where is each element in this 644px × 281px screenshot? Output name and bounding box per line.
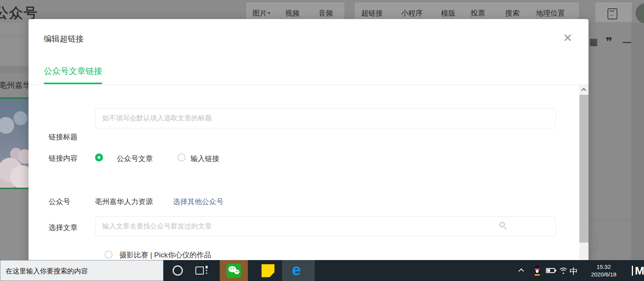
toolbar-item-video[interactable]: 视频 xyxy=(285,8,300,18)
qq-icon[interactable] xyxy=(533,265,541,276)
tab-bottom-border xyxy=(29,85,588,85)
choose-article-label: 选择文章 xyxy=(49,223,78,233)
divider xyxy=(0,37,30,37)
task-view-dot xyxy=(206,270,207,271)
qq-feet xyxy=(535,274,540,276)
task-view-dot xyxy=(206,266,208,268)
clock-date: 2020/6/18 xyxy=(584,271,623,278)
chevron-down-icon: ▾ xyxy=(268,11,270,15)
panel-icon-arrow: ← xyxy=(609,11,615,17)
dimmed-button-edge xyxy=(588,232,596,249)
close-icon[interactable]: ✕ xyxy=(563,31,573,45)
divider-band xyxy=(0,67,30,73)
task-view-dot xyxy=(206,273,207,274)
account-value: 亳州嘉华人力资源 xyxy=(95,197,153,207)
tab-official-article-link[interactable]: 公众号文章链接 xyxy=(44,65,102,84)
article-search-input[interactable] xyxy=(95,216,556,236)
radio-official-article-label[interactable]: 公众号文章 xyxy=(117,154,153,164)
taskbar-edge-button[interactable]: e xyxy=(282,260,315,281)
edge-icon: e xyxy=(292,261,301,279)
radio-input-url[interactable] xyxy=(178,153,186,161)
editor-side-panel xyxy=(0,23,30,67)
toolbar-item-template[interactable]: 模版 xyxy=(441,8,455,18)
clock-time: 15:32 xyxy=(584,263,623,271)
collapse-panel-icon[interactable]: ← xyxy=(608,8,617,19)
table-icon[interactable]: ▦ xyxy=(589,37,598,47)
corner-icon-bar xyxy=(632,266,633,276)
wechat-eye xyxy=(236,271,237,272)
divider xyxy=(588,220,631,220)
article-option-label[interactable]: 摄影比赛 | Pick你心仪的作品 xyxy=(119,250,211,260)
scrollbar-thumb[interactable] xyxy=(579,95,588,243)
radio-input-url-label[interactable]: 输入链接 xyxy=(190,154,219,164)
taskbar-stickynotes-button[interactable] xyxy=(254,260,282,281)
wechat-eye xyxy=(233,268,234,269)
article-option-radio[interactable] xyxy=(105,251,113,259)
wechat-eye xyxy=(238,271,239,272)
taskbar-search-text: 在这里输入你要搜索的内容 xyxy=(6,267,88,276)
screen: 公众号 图片▾ 视频 音频 超链接 小程序 模版 投票 搜索 地理位置 ← 亳州… xyxy=(0,0,644,281)
wifi-icon[interactable] xyxy=(558,267,569,274)
page-scroll-area xyxy=(631,23,644,260)
dialog-title: 编辑超链接 xyxy=(44,34,84,44)
choose-other-account-link[interactable]: 选择其他公众号 xyxy=(173,197,224,207)
article-title-snippet: 亳州嘉华 xyxy=(0,80,31,91)
taskbar-search-box[interactable]: 在这里输入你要搜索的内容 xyxy=(0,260,163,281)
dialog-scrollbar[interactable] xyxy=(579,85,588,281)
horizontal-rule-icon[interactable]: — xyxy=(623,37,632,47)
search-stem xyxy=(504,227,507,230)
editor-body-dimmed xyxy=(0,190,30,260)
toolbar-item-search[interactable]: 搜索 xyxy=(505,8,520,18)
task-view-frame xyxy=(195,267,204,275)
wechat-icon xyxy=(227,263,241,278)
link-content-label: 链接内容 xyxy=(49,153,78,163)
ime-indicator[interactable]: 中 xyxy=(569,266,578,277)
search-icon[interactable] xyxy=(500,222,507,230)
radio-official-article[interactable] xyxy=(95,153,103,161)
wechat-eye xyxy=(230,268,232,269)
toolbar-item-audio[interactable]: 音频 xyxy=(319,8,333,18)
battery-level xyxy=(547,269,550,272)
link-title-input[interactable] xyxy=(95,108,556,128)
blockquote-icon[interactable]: ❞ xyxy=(606,35,612,48)
taskbar-clock[interactable]: 15:32 2020/6/18 xyxy=(584,263,623,278)
toolbar-item-location[interactable]: 地理位置 xyxy=(536,8,565,18)
task-view-icon[interactable] xyxy=(195,266,208,275)
tray-expand-icon[interactable] xyxy=(519,268,524,274)
cover-image xyxy=(0,97,29,189)
battery-icon[interactable] xyxy=(546,268,555,273)
toolbar-item-hyperlink[interactable]: 超链接 xyxy=(361,8,383,18)
task-view-bar xyxy=(203,267,204,275)
corner-app-icon[interactable]: M xyxy=(635,264,644,277)
account-avatar[interactable] xyxy=(636,3,644,24)
qq-scarf xyxy=(535,268,540,270)
toolbar-item-miniprogram[interactable]: 小程序 xyxy=(401,8,423,18)
scroll-up-icon[interactable] xyxy=(581,88,586,93)
account-label: 公众号 xyxy=(49,197,70,207)
cortana-icon[interactable] xyxy=(173,265,183,276)
link-title-label: 链接标题 xyxy=(49,132,78,142)
toolbar-item-vote[interactable]: 投票 xyxy=(471,8,485,18)
search-lens xyxy=(500,222,505,227)
windows-taskbar: 在这里输入你要搜索的内容 e xyxy=(0,260,644,281)
wifi-dot xyxy=(563,273,564,274)
toolbar-item-image[interactable]: 图片▾ xyxy=(252,8,270,18)
sticky-notes-icon xyxy=(262,264,274,277)
edit-hyperlink-dialog: 编辑超链接 ✕ 公众号文章链接 链接标题 链接内容 公众号文章 输入链接 公众号… xyxy=(29,19,588,281)
taskbar-wechat-button[interactable] xyxy=(220,260,248,281)
